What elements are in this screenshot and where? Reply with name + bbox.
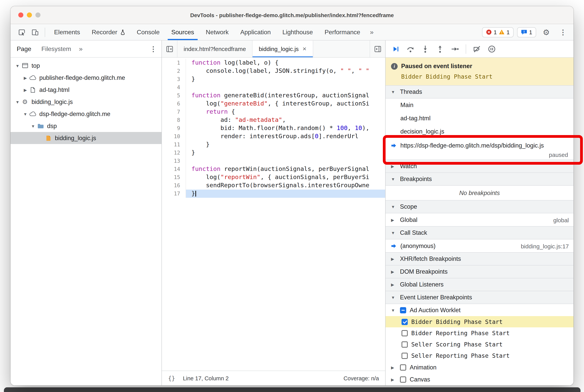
- tab-recorder[interactable]: Recorder: [86, 24, 131, 40]
- line-number[interactable]: 10: [162, 132, 186, 140]
- step-into-button[interactable]: [418, 42, 432, 56]
- disclosure-triangle[interactable]: ▼: [14, 63, 21, 68]
- code-line-10[interactable]: 10 render: interestGroup.ads[0].renderUr…: [162, 132, 385, 140]
- line-number[interactable]: 3: [162, 75, 186, 83]
- checkbox-unchecked[interactable]: [402, 341, 408, 348]
- line-number[interactable]: 13: [162, 157, 186, 165]
- call-stack-frame[interactable]: (anonymous)bidding_logic.js:17: [386, 240, 574, 253]
- checkbox-unchecked[interactable]: [400, 364, 406, 370]
- thread-decision-logic-js[interactable]: decision_logic.js: [386, 125, 574, 138]
- line-number[interactable]: 5: [162, 92, 186, 100]
- tab-filesystem[interactable]: Filesystem: [41, 45, 71, 52]
- code-line-8[interactable]: 8 ad: "ad-metadata",: [162, 116, 385, 124]
- checkbox-unchecked[interactable]: [402, 330, 408, 336]
- tree-item-bidding-logic-js[interactable]: bidding_logic.js: [10, 132, 161, 144]
- checkbox-indeterminate[interactable]: [400, 307, 406, 313]
- section-global-listeners[interactable]: ▶ Global Listeners: [386, 278, 574, 291]
- pretty-print-button[interactable]: {}: [168, 375, 175, 382]
- thread-ad-tag-html[interactable]: ad-tag.html: [386, 112, 574, 125]
- code-line-7[interactable]: 7 return {: [162, 108, 385, 116]
- pause-on-exceptions-button[interactable]: [485, 42, 499, 56]
- code-line-16[interactable]: 16 sendReportTo(browserSignals.interestG…: [162, 182, 385, 190]
- line-number[interactable]: 4: [162, 83, 186, 92]
- section-scope[interactable]: ▼ Scope: [386, 200, 574, 213]
- thread-main[interactable]: Main: [386, 98, 574, 112]
- section-call-stack[interactable]: ▼ Call Stack: [386, 226, 574, 240]
- code-line-1[interactable]: 1function log(label, o) {: [162, 59, 385, 67]
- settings-button[interactable]: ⚙: [540, 26, 553, 39]
- tab-elements[interactable]: Elements: [48, 24, 86, 40]
- section-breakpoints[interactable]: ▼ Breakpoints: [386, 172, 574, 186]
- scope-global[interactable]: ▶Globalglobal: [386, 213, 574, 226]
- step-over-button[interactable]: [404, 42, 418, 56]
- tree-item-ad-tag-html[interactable]: ▶ad-tag.html: [10, 84, 161, 96]
- console-summary-button[interactable]: 1 1: [482, 27, 514, 37]
- resume-button[interactable]: [389, 42, 403, 56]
- checkbox-checked[interactable]: [402, 318, 408, 325]
- window-titlebar[interactable]: DevTools - publisher-fledge-demo.glitch.…: [10, 6, 574, 24]
- code-line-17[interactable]: 17}: [162, 190, 385, 198]
- tree-item-dsp-fledge-demo-glitch-me[interactable]: ▼dsp-fledge-demo.glitch.me: [10, 108, 161, 120]
- disclosure-triangle[interactable]: ▼: [391, 308, 397, 312]
- disclosure-triangle[interactable]: ▼: [22, 112, 28, 116]
- more-options-button[interactable]: ⋮: [556, 26, 570, 39]
- code-line-3[interactable]: 3}: [162, 75, 385, 83]
- code-line-13[interactable]: 13: [162, 157, 385, 165]
- more-panels-button[interactable]: »: [366, 28, 378, 36]
- line-number[interactable]: 6: [162, 100, 186, 108]
- disclosure-triangle[interactable]: ▼: [14, 100, 21, 104]
- step-out-button[interactable]: [433, 42, 447, 56]
- line-number[interactable]: 7: [162, 108, 186, 116]
- line-number[interactable]: 16: [162, 182, 186, 190]
- tab-lighthouse[interactable]: Lighthouse: [277, 24, 319, 40]
- thread-https-dsp-fledge-demo-glitch-me-dsp-bidding-logic-js[interactable]: https://dsp-fledge-demo.glitch.me/dsp/bi…: [386, 138, 574, 160]
- section-watch[interactable]: ▶ Watch: [386, 160, 574, 173]
- tab-application[interactable]: Application: [234, 24, 277, 40]
- elb-group-canvas[interactable]: ▶Canvas: [386, 373, 574, 386]
- elb-item-bidder-bidding-phase-start[interactable]: Bidder Bidding Phase Start: [386, 316, 574, 328]
- step-button[interactable]: [448, 42, 462, 56]
- line-number[interactable]: 17: [162, 190, 186, 198]
- disclosure-triangle[interactable]: ▼: [30, 124, 36, 128]
- tree-item-top[interactable]: ▼top: [10, 60, 161, 72]
- code-line-9[interactable]: 9 bid: Math.floor(Math.random() * 100, 1…: [162, 124, 385, 132]
- section-threads[interactable]: ▼ Threads: [386, 85, 574, 98]
- code-line-6[interactable]: 6 log("generateBid", { interestGroup, au…: [162, 100, 385, 108]
- tree-item-publisher-fledge-demo-glitch-me[interactable]: ▶publisher-fledge-demo.glitch.me: [10, 72, 161, 84]
- section-xhr-breakpoints[interactable]: ▶ XHR/fetch Breakpoints: [386, 252, 574, 266]
- elb-item-bidder-reporting-phase-start[interactable]: Bidder Reporting Phase Start: [386, 328, 574, 339]
- disclosure-triangle[interactable]: ▶: [22, 75, 28, 80]
- checkbox-unchecked[interactable]: [402, 352, 408, 359]
- disclosure-triangle[interactable]: ▶: [391, 218, 397, 222]
- line-number[interactable]: 2: [162, 67, 186, 75]
- elb-item-seller-scoring-phase-start[interactable]: Seller Scoring Phase Start: [386, 339, 574, 350]
- section-event-listener-breakpoints[interactable]: ▼ Event Listener Breakpoints: [386, 291, 574, 304]
- issues-summary-button[interactable]: 1: [517, 27, 536, 37]
- inspect-element-button[interactable]: [15, 26, 28, 39]
- code-line-12[interactable]: 12}: [162, 149, 385, 157]
- code-line-4[interactable]: 4: [162, 83, 385, 92]
- line-number[interactable]: 9: [162, 124, 186, 132]
- checkbox-unchecked[interactable]: [400, 376, 406, 382]
- tab-page[interactable]: Page: [17, 45, 31, 52]
- line-number[interactable]: 11: [162, 140, 186, 149]
- tree-item-dsp[interactable]: ▼dsp: [10, 120, 161, 132]
- close-tab-icon[interactable]: ×: [303, 45, 306, 53]
- elb-group-ad-auction-worklet[interactable]: ▼Ad Auction Worklet: [386, 304, 574, 316]
- line-number[interactable]: 15: [162, 173, 186, 182]
- editor-tab-bidding-logic-js[interactable]: bidding_logic.js×: [252, 40, 313, 57]
- disclosure-triangle[interactable]: ▶: [391, 377, 397, 382]
- disclosure-triangle[interactable]: ▶: [22, 88, 28, 92]
- section-dom-breakpoints[interactable]: ▶ DOM Breakpoints: [386, 265, 574, 278]
- deactivate-breakpoints-button[interactable]: [470, 42, 484, 56]
- tree-item-bidding-logic-js[interactable]: ▼⚙bidding_logic.js: [10, 96, 161, 108]
- toggle-navigator-button[interactable]: [162, 40, 177, 57]
- line-number[interactable]: 12: [162, 149, 186, 157]
- line-number[interactable]: 14: [162, 165, 186, 173]
- elb-item-seller-reporting-phase-start[interactable]: Seller Reporting Phase Start: [386, 350, 574, 361]
- elb-group-animation[interactable]: ▶Animation: [386, 361, 574, 373]
- editor-tab-index-html-fencedframe[interactable]: index.html?fencedframe: [177, 40, 252, 57]
- panel-right-button[interactable]: [370, 40, 385, 57]
- tab-performance[interactable]: Performance: [319, 24, 366, 40]
- tab-network[interactable]: Network: [200, 24, 234, 40]
